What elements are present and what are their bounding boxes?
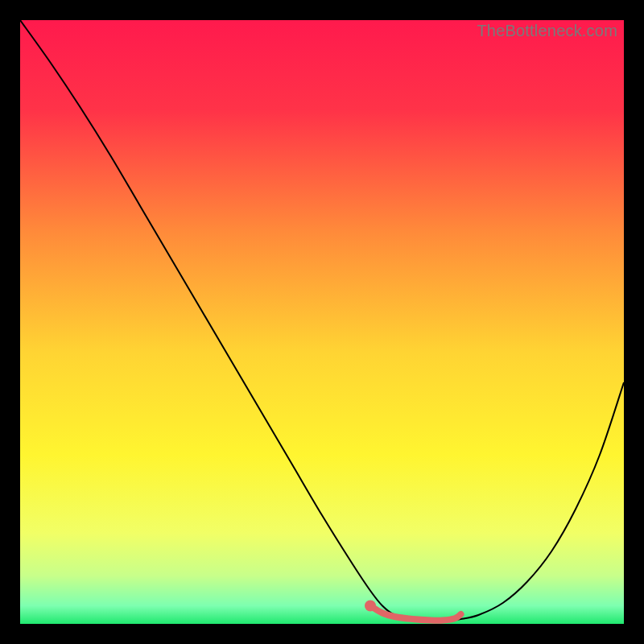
watermark-text: TheBottleneck.com [477,22,617,40]
gradient-background [20,20,624,624]
bottleneck-chart [20,20,624,624]
chart-frame: TheBottleneck.com [20,20,624,624]
optimal-range-start-dot [365,601,376,612]
